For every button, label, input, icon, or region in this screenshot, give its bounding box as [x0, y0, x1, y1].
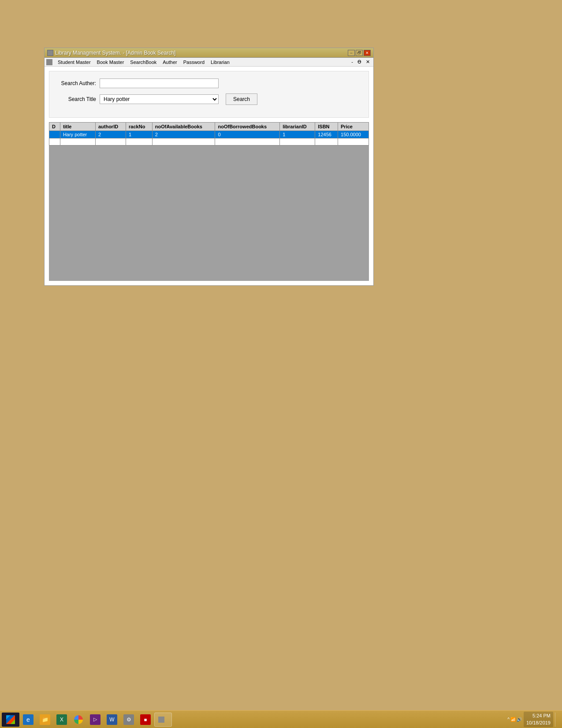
clock[interactable]: 5:24 PM 10/18/2019	[524, 712, 553, 727]
start-button[interactable]	[2, 713, 19, 727]
mdi-restore[interactable]: ϴ	[356, 59, 363, 65]
active-app-icon	[158, 717, 164, 723]
col-header-id: D	[49, 123, 60, 131]
search-author-label: Search Auther:	[56, 80, 96, 86]
tray-volume[interactable]: 🔊	[517, 717, 522, 722]
excel-icon: X	[56, 714, 67, 725]
files-icon: 📁	[40, 714, 50, 725]
system-tray: ^ 📶 🔊 5:24 PM 10/18/2019	[507, 712, 560, 727]
cell-rackno: 1	[126, 131, 153, 138]
cell-title: Hary potter	[60, 131, 95, 138]
empty-cell	[126, 138, 153, 146]
col-header-available: noOfAvailableBooks	[152, 123, 215, 131]
chrome-icon	[74, 715, 83, 724]
taskbar-chrome-icon[interactable]	[71, 713, 86, 727]
show-desktop-button[interactable]	[555, 713, 558, 727]
search-title-row: Search Title Hary potter Harry Potter an…	[56, 93, 361, 105]
cell-borrowed: 0	[215, 131, 280, 138]
menu-student-master[interactable]: Student Master	[55, 59, 93, 66]
menu-book-master[interactable]: Book Master	[94, 59, 127, 66]
empty-cell	[60, 138, 95, 146]
search-title-label: Search Title	[56, 96, 96, 102]
word-icon: W	[107, 714, 117, 725]
ie-icon: e	[23, 714, 33, 725]
col-header-borrowed: noOfBorrowedBooks	[215, 123, 280, 131]
cell-available: 2	[152, 131, 215, 138]
title-bar-left: Library Managment System. - [Admin Book …	[47, 50, 175, 56]
col-header-rackno: rackNo	[126, 123, 153, 131]
app-taskbar-icon: ■	[140, 714, 151, 725]
col-header-authorid: authorID	[95, 123, 126, 131]
window-title: Library Managment System. - [Admin Book …	[55, 50, 175, 56]
window-controls: – 🗗 ✕	[348, 50, 371, 56]
search-form-panel: Search Auther: Search Title Hary potter …	[49, 71, 369, 118]
empty-cell	[215, 138, 280, 146]
taskbar-tools-icon[interactable]: ⚙	[121, 713, 137, 727]
tray-arrow[interactable]: ^	[507, 717, 510, 722]
taskbar-excel-icon[interactable]: X	[54, 713, 70, 727]
empty-cell	[315, 138, 338, 146]
empty-cell	[280, 138, 315, 146]
main-window: Library Managment System. - [Admin Book …	[44, 48, 374, 286]
search-button[interactable]: Search	[226, 93, 257, 105]
table-row-empty	[49, 138, 369, 146]
empty-cell	[152, 138, 215, 146]
clock-time: 5:24 PM	[526, 713, 551, 719]
mdi-minimize[interactable]: -	[350, 59, 355, 65]
empty-cell	[338, 138, 369, 146]
col-header-title: title	[60, 123, 95, 131]
clock-date: 10/18/2019	[526, 720, 551, 726]
table-header-row: D title authorID rackNo noOfAvailableBoo…	[49, 123, 369, 131]
cell-authorid: 2	[95, 131, 126, 138]
restore-button[interactable]: 🗗	[356, 50, 363, 56]
menu-author[interactable]: Auther	[160, 59, 179, 66]
content-area: Search Auther: Search Title Hary potter …	[45, 67, 373, 285]
col-header-librarianid: librarianID	[280, 123, 315, 131]
minimize-button[interactable]: –	[348, 50, 355, 56]
empty-cell	[49, 138, 60, 146]
empty-cell	[95, 138, 126, 146]
cell-isbn: 12456	[315, 131, 338, 138]
data-table-container: D title authorID rackNo noOfAvailableBoo…	[49, 122, 369, 281]
taskbar-vs-icon[interactable]: ▷	[87, 713, 103, 727]
vs-icon: ▷	[90, 714, 100, 725]
tray-network[interactable]: 📶	[510, 717, 516, 722]
search-author-input[interactable]	[100, 78, 219, 88]
tray-icons: ^ 📶 🔊	[507, 717, 522, 722]
taskbar-ie-icon[interactable]: e	[20, 713, 36, 727]
menu-password[interactable]: Password	[181, 59, 207, 66]
taskbar: e 📁 X ▷ W ⚙ ■ ^ 📶 🔊 5:24 PM 10/18/2019	[0, 710, 562, 728]
windows-logo-icon	[6, 715, 15, 724]
search-title-select[interactable]: Hary potter Harry Potter and the Sorcere…	[100, 94, 219, 104]
col-header-isbn: ISBN	[315, 123, 338, 131]
taskbar-files-icon[interactable]: 📁	[37, 713, 53, 727]
col-header-price: Price	[338, 123, 369, 131]
taskbar-active-app[interactable]	[154, 713, 172, 727]
menu-search-book[interactable]: SearchBook	[127, 59, 159, 66]
title-bar: Library Managment System. - [Admin Book …	[45, 48, 373, 58]
mdi-controls: - ϴ ✕	[350, 59, 372, 65]
tools-icon: ⚙	[123, 714, 134, 725]
taskbar-app-icon[interactable]: ■	[138, 713, 153, 727]
cell-librarianid: 1	[280, 131, 315, 138]
cell-price: 150.0000	[338, 131, 369, 138]
close-button[interactable]: ✕	[364, 50, 371, 56]
search-author-row: Search Auther:	[56, 78, 361, 88]
menu-bar: Student Master Book Master SearchBook Au…	[45, 58, 373, 67]
cell-id	[49, 131, 60, 138]
table-row[interactable]: Hary potter 2 1 2 0 1 12456 150.0000	[49, 131, 369, 138]
menu-app-icon	[46, 59, 52, 65]
app-icon	[47, 50, 53, 56]
taskbar-word-icon[interactable]: W	[104, 713, 120, 727]
mdi-close[interactable]: ✕	[364, 59, 372, 65]
results-table: D title authorID rackNo noOfAvailableBoo…	[49, 122, 369, 146]
menu-librarian[interactable]: Librarian	[208, 59, 232, 66]
